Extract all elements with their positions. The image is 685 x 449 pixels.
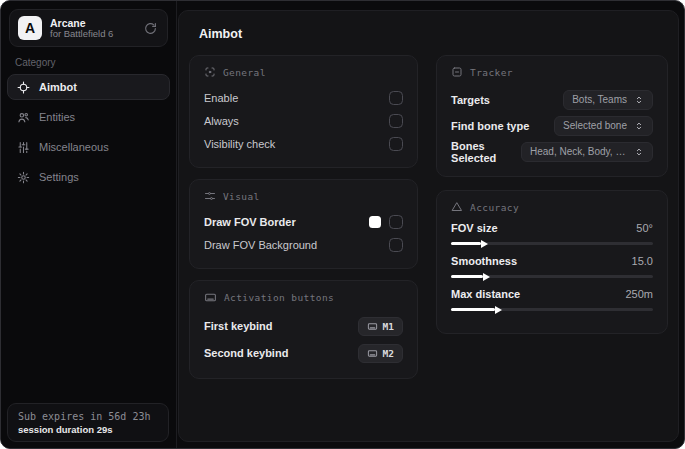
activation-card-title: Activation buttons: [224, 292, 334, 303]
session-duration-text: session duration 29s: [18, 424, 158, 435]
dropdown-value: Bots, Teams: [572, 94, 627, 105]
slider-fill: [451, 275, 483, 278]
setting-row-visibility-check: Visibility check: [204, 133, 403, 155]
setting-row-find-bone-type: Find bone type Selected bone: [451, 113, 653, 138]
app-title: Arcane: [50, 17, 133, 29]
setting-row-enable: Enable: [204, 87, 403, 109]
dropdown-value: Selected bone: [563, 120, 627, 131]
sliders-vertical-icon: [17, 141, 30, 154]
visual-card: Visual Draw FOV Border Draw FOV Backgrou…: [189, 179, 418, 269]
draw-fov-background-checkbox[interactable]: [389, 238, 403, 252]
setting-label: Visibility check: [204, 138, 275, 150]
page-title: Aimbot: [199, 27, 668, 41]
category-label: Category: [15, 57, 176, 68]
keyboard-icon: [204, 291, 217, 304]
main-panel: Aimbot General Enable: [178, 10, 679, 442]
sidebar-item-miscellaneous[interactable]: Miscellaneous: [7, 134, 170, 160]
chevron-up-down-icon: [634, 95, 644, 105]
tracker-card-title: Tracker: [470, 67, 513, 78]
setting-row-draw-fov-background: Draw FOV Background: [204, 234, 403, 256]
refresh-icon[interactable]: [141, 19, 159, 37]
setting-label: Second keybind: [204, 347, 288, 359]
triangle-icon: [451, 201, 463, 213]
fov-size-value: 50°: [636, 222, 653, 234]
sub-expiry-text: Sub expires in 56d 23h: [18, 411, 158, 422]
keyboard-icon: [367, 348, 378, 359]
keyboard-icon: [367, 321, 378, 332]
slider-fill: [451, 242, 481, 245]
visibility-check-checkbox[interactable]: [389, 137, 403, 151]
brand-logo: A: [18, 16, 42, 40]
smoothness-slider[interactable]: [451, 275, 653, 278]
scan-icon: [204, 66, 216, 78]
sidebar-item-label: Aimbot: [39, 81, 77, 93]
sidebar-item-label: Entities: [39, 111, 75, 123]
app-subtitle: for Battlefield 6: [50, 29, 133, 40]
first-keybind-button[interactable]: M1: [358, 317, 403, 336]
entities-icon: [17, 111, 30, 124]
second-keybind-button[interactable]: M2: [358, 344, 403, 363]
dropdown-value: Head, Neck, Body, Pe..: [530, 146, 627, 157]
sidebar-item-aimbot[interactable]: Aimbot: [7, 74, 170, 100]
sidebar: A Arcane for Battlefield 6 Category Aimb…: [1, 1, 177, 448]
subscription-status-card: Sub expires in 56d 23h session duration …: [7, 403, 169, 442]
general-card: General Enable Always Visibility check: [189, 55, 418, 168]
setting-label: Max distance: [451, 288, 520, 300]
setting-label: Bones Selected: [451, 140, 521, 164]
slider-thumb[interactable]: [483, 273, 490, 281]
chevron-up-down-icon: [634, 121, 644, 131]
fov-border-color-swatch[interactable]: [369, 216, 381, 228]
keybind-value: M1: [383, 321, 394, 332]
targets-dropdown[interactable]: Bots, Teams: [563, 90, 653, 110]
smoothness-value: 15.0: [632, 255, 653, 267]
slider-thumb[interactable]: [495, 306, 502, 314]
setting-row-first-keybind: First keybind M1: [204, 313, 403, 339]
setting-label: Targets: [451, 94, 490, 106]
setting-label: Find bone type: [451, 120, 529, 132]
setting-row-max-distance: Max distance 250m: [451, 288, 653, 311]
max-distance-value: 250m: [625, 288, 653, 300]
activation-buttons-card: Activation buttons First keybind M1: [189, 280, 418, 379]
sliders-icon: [204, 190, 216, 202]
box-minus-icon: [451, 66, 463, 78]
sidebar-nav: Aimbot Entities Miscella: [1, 74, 176, 190]
general-card-title: General: [223, 67, 266, 78]
setting-label: First keybind: [204, 320, 272, 332]
keybind-value: M2: [383, 348, 394, 359]
slider-thumb[interactable]: [481, 240, 488, 248]
bones-selected-dropdown[interactable]: Head, Neck, Body, Pe..: [521, 142, 653, 162]
accuracy-card-title: Accuracy: [470, 202, 519, 213]
brand-card: A Arcane for Battlefield 6: [9, 9, 168, 47]
gear-icon: [17, 171, 30, 184]
slider-fill: [451, 308, 495, 311]
sidebar-item-settings[interactable]: Settings: [7, 164, 170, 190]
setting-row-second-keybind: Second keybind M2: [204, 340, 403, 366]
setting-row-fov-size: FOV size 50°: [451, 222, 653, 245]
accuracy-card: Accuracy FOV size 50°: [436, 190, 668, 334]
setting-label: Draw FOV Border: [204, 216, 296, 228]
sidebar-item-entities[interactable]: Entities: [7, 104, 170, 130]
draw-fov-border-checkbox[interactable]: [389, 215, 403, 229]
max-distance-slider[interactable]: [451, 308, 653, 311]
setting-label: Always: [204, 115, 239, 127]
app-window: A Arcane for Battlefield 6 Category Aimb…: [0, 0, 685, 449]
always-checkbox[interactable]: [389, 114, 403, 128]
setting-label: FOV size: [451, 222, 497, 234]
tracker-card: Tracker Targets Bots, Teams: [436, 55, 668, 177]
find-bone-type-dropdown[interactable]: Selected bone: [554, 116, 653, 136]
setting-row-bones-selected: Bones Selected Head, Neck, Body, Pe..: [451, 139, 653, 164]
enable-checkbox[interactable]: [389, 91, 403, 105]
setting-label: Enable: [204, 92, 238, 104]
sidebar-item-label: Miscellaneous: [39, 141, 109, 153]
setting-label: Smoothness: [451, 255, 517, 267]
fov-size-slider[interactable]: [451, 242, 653, 245]
chevron-up-down-icon: [634, 147, 644, 157]
setting-row-draw-fov-border: Draw FOV Border: [204, 211, 403, 233]
setting-label: Draw FOV Background: [204, 239, 317, 251]
setting-row-targets: Targets Bots, Teams: [451, 87, 653, 112]
crosshair-icon: [17, 81, 30, 94]
sidebar-item-label: Settings: [39, 171, 79, 183]
setting-row-always: Always: [204, 110, 403, 132]
visual-card-title: Visual: [223, 191, 260, 202]
setting-row-smoothness: Smoothness 15.0: [451, 255, 653, 278]
